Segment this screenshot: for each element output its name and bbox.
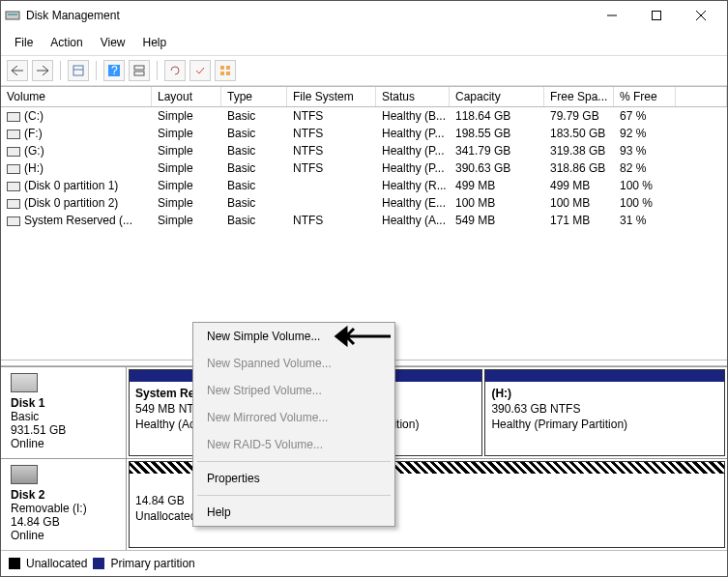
context-item: New Striped Volume... [193,377,394,404]
col-filesystem[interactable]: File System [287,87,376,106]
cell-layout: Simple [152,195,221,211]
back-button[interactable] [7,60,28,81]
cell-fs: NTFS [287,213,376,228]
toolbar: ? [1,56,727,86]
disk-status: Online [11,437,118,450]
cell-status: Healthy (P... [376,160,450,176]
context-item[interactable]: Properties [193,465,394,492]
volume-icon [7,182,20,191]
cell-status: Healthy (E... [376,195,450,211]
volume-icon [7,199,20,209]
window-buttons [590,1,723,30]
cell-status: Healthy (P... [376,126,450,141]
cell-type: Basic [221,213,287,228]
help-icon[interactable]: ? [103,60,125,81]
partition[interactable]: (H:)390.63 GB NTFSHealthy (Primary Parti… [484,369,725,456]
table-row[interactable]: (G:)SimpleBasicNTFSHealthy (P...341.79 G… [1,142,727,159]
col-status[interactable]: Status [376,87,450,106]
cell-status: Healthy (B... [376,108,450,124]
grid-button[interactable] [215,60,236,81]
cell-pct: 67 % [614,108,676,124]
cell-pct: 100 % [614,195,676,211]
cell-free: 499 MB [544,178,614,193]
cell-type: Basic [221,108,287,124]
col-type[interactable]: Type [221,87,287,106]
col-freespace[interactable]: Free Spa... [544,87,614,106]
disk-label: Disk 1 [11,396,118,410]
volume-icon [7,112,20,122]
table-row[interactable]: (Disk 0 partition 2)SimpleBasicHealthy (… [1,194,727,212]
legend-swatch-unallocated [9,558,20,569]
cell-capacity: 118.64 GB [450,108,544,124]
disk-info[interactable]: Disk 2Removable (I:)14.84 GBOnline [1,459,127,550]
refresh-button[interactable] [164,60,186,81]
menubar: File Action View Help [1,30,727,56]
table-row[interactable]: (Disk 0 partition 1)SimpleBasicHealthy (… [1,177,727,194]
legend: Unallocated Primary partition [1,550,727,576]
context-item[interactable]: Help [193,499,394,526]
check-button[interactable] [189,60,211,81]
close-button[interactable] [679,1,723,30]
maximize-button[interactable] [634,1,679,30]
table-row[interactable]: (C:)SimpleBasicNTFSHealthy (B...118.64 G… [1,107,727,125]
context-item[interactable]: New Simple Volume... [193,323,394,350]
col-pctfree[interactable]: % Free [614,87,676,106]
cell-capacity: 100 MB [450,195,544,211]
svg-rect-12 [220,66,224,70]
svg-text:?: ? [111,65,118,76]
disk-type: Removable (I:) [11,502,118,515]
cell-status: Healthy (P... [376,143,450,159]
cell-fs: NTFS [287,160,376,176]
col-volume[interactable]: Volume [1,87,152,106]
partition-title: (H:) [491,386,718,401]
minimize-button[interactable] [590,1,634,30]
cell-capacity: 390.63 GB [450,160,544,176]
cell-fs: NTFS [287,143,376,159]
cell-type: Basic [221,178,287,193]
forward-button[interactable] [32,60,53,81]
cell-layout: Simple [152,143,221,159]
cell-type: Basic [221,160,287,176]
col-capacity[interactable]: Capacity [450,87,544,106]
window-title: Disk Management [26,9,590,22]
disk-status: Online [11,529,118,542]
table-row[interactable]: System Reserved (...SimpleBasicNTFSHealt… [1,212,727,229]
disk-mgmt-window: Disk Management File Action View Help ? … [0,0,728,577]
volume-name: (C:) [24,109,44,123]
context-item: New Mirrored Volume... [193,404,394,431]
col-layout[interactable]: Layout [152,87,221,106]
volume-name: System Reserved (... [24,214,132,227]
table-row[interactable]: (F:)SimpleBasicNTFSHealthy (P...198.55 G… [1,125,727,142]
volume-name: (G:) [24,144,44,158]
context-menu: New Simple Volume...New Spanned Volume..… [192,322,395,527]
menu-file[interactable]: File [7,32,41,53]
disk-size: 931.51 GB [11,423,118,437]
volume-icon [7,130,20,139]
menu-action[interactable]: Action [43,32,90,53]
disk-type: Basic [11,410,118,423]
volume-icon [7,216,20,226]
view-button[interactable] [68,60,89,81]
menu-view[interactable]: View [93,32,133,53]
titlebar: Disk Management [1,1,727,30]
cell-pct: 93 % [614,143,676,159]
cell-free: 100 MB [544,195,614,211]
col-spacer [676,87,727,106]
volume-table-body: (C:)SimpleBasicNTFSHealthy (B...118.64 G… [1,107,727,229]
cell-layout: Simple [152,108,221,124]
svg-rect-3 [653,12,661,20]
layout-button[interactable] [129,60,150,81]
cell-pct: 82 % [614,160,676,176]
context-item: New RAID-5 Volume... [193,431,394,458]
svg-rect-6 [73,66,83,75]
menu-help[interactable]: Help [135,32,175,53]
cell-fs [287,195,376,211]
partition-body: (H:)390.63 GB NTFSHealthy (Primary Parti… [485,382,724,437]
svg-rect-1 [8,14,17,15]
legend-label-primary: Primary partition [110,557,194,570]
disk-label: Disk 2 [11,488,118,502]
cell-capacity: 341.79 GB [450,143,544,159]
disk-info[interactable]: Disk 1Basic931.51 GBOnline [1,367,127,458]
cell-fs [287,178,376,193]
table-row[interactable]: (H:)SimpleBasicNTFSHealthy (P...390.63 G… [1,159,727,177]
